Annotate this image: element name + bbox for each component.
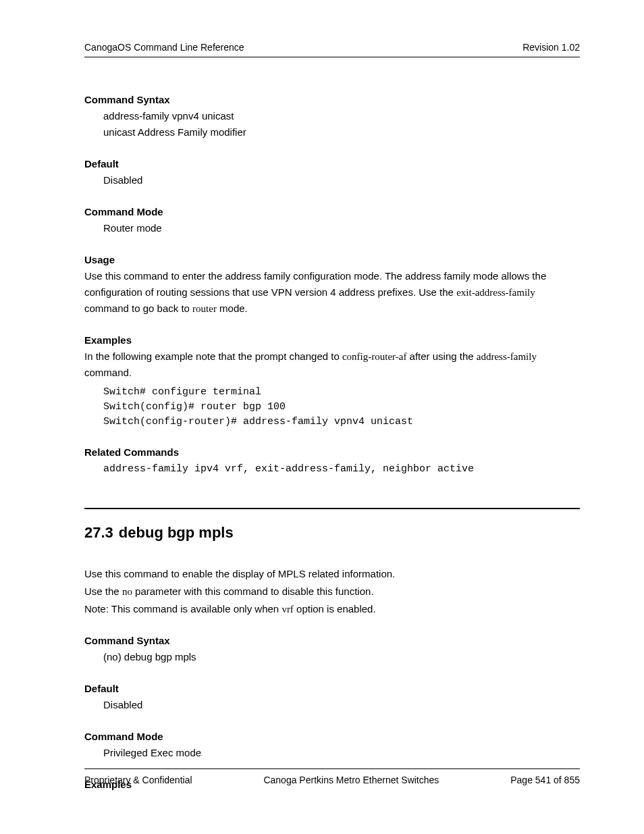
footer-left: Proprietary & Confidential <box>84 775 192 785</box>
header-left: CanogaOS Command Line Reference <box>84 42 244 53</box>
intro-line3-b: option is enabled. <box>294 603 376 615</box>
chapter-number: 27.3 <box>84 524 113 541</box>
section-address-family: Command Syntax address-family vpnv4 unic… <box>84 94 580 477</box>
intro-token-vrf: vrf <box>281 604 294 615</box>
heading-examples: Examples <box>84 334 580 346</box>
command-mode-value-2: Privileged Exec mode <box>103 745 580 761</box>
intro-token-no: no <box>122 586 132 597</box>
heading-command-mode: Command Mode <box>84 206 580 217</box>
page-footer: Proprietary & Confidential Canoga Pertki… <box>84 768 580 785</box>
examples-token-config-router-af: config-router-af <box>342 351 406 362</box>
heading-default: Default <box>84 158 580 170</box>
usage-token-router: router <box>192 303 217 314</box>
header-right: Revision 1.02 <box>522 42 580 53</box>
usage-text-3: mode. <box>217 303 248 314</box>
chapter-title: 27.3debug bgp mpls <box>84 524 580 542</box>
examples-text-3: command. <box>84 367 132 378</box>
heading-usage: Usage <box>84 254 580 265</box>
heading-command-syntax: Command Syntax <box>84 94 580 105</box>
intro-line2: Use the no parameter with this command t… <box>84 583 580 600</box>
command-mode-value: Router mode <box>103 220 580 236</box>
heading-command-syntax-2: Command Syntax <box>84 635 580 646</box>
command-syntax-value-2: (no) debug bgp mpls <box>103 649 580 665</box>
footer-right: Page 541 of 855 <box>510 775 580 785</box>
command-syntax-line2: unicast Address Family modifier <box>103 124 580 140</box>
intro-line1: Use this command to enable the display o… <box>84 566 580 582</box>
chapter-name: debug bgp mpls <box>119 524 234 541</box>
default-value-2: Disabled <box>103 697 580 713</box>
document-page: CanogaOS Command Line Reference Revision… <box>0 0 644 834</box>
heading-related-commands: Related Commands <box>84 446 580 458</box>
related-commands-code: address-family ipv4 vrf, exit-address-fa… <box>103 462 580 477</box>
usage-text-2: command to go back to <box>84 303 192 314</box>
examples-paragraph: In the following example note that the p… <box>84 348 580 381</box>
examples-code-block: Switch# configure terminal Switch(config… <box>103 385 580 429</box>
page-header: CanogaOS Command Line Reference Revision… <box>84 42 580 57</box>
default-value: Disabled <box>103 172 580 188</box>
examples-text-2: after using the <box>406 350 476 362</box>
intro-line3: Note: This command is available only whe… <box>84 601 580 617</box>
intro-line3-a: Note: This command is available only whe… <box>84 603 281 615</box>
intro-line2-a: Use the <box>84 585 122 597</box>
heading-command-mode-2: Command Mode <box>84 731 580 742</box>
command-syntax-line1: address-family vpnv4 unicast <box>103 108 580 124</box>
usage-paragraph: Use this command to enter the address fa… <box>84 268 580 317</box>
section-divider <box>84 508 580 509</box>
examples-text-1: In the following example note that the p… <box>84 350 342 362</box>
heading-default-2: Default <box>84 683 580 694</box>
footer-center: Canoga Pertkins Metro Ethernet Switches <box>263 775 439 785</box>
usage-token-exit-address-family: exit-address-family <box>456 287 535 298</box>
examples-token-address-family: address-family <box>477 351 537 362</box>
intro-line2-b: parameter with this command to disable t… <box>132 585 374 597</box>
